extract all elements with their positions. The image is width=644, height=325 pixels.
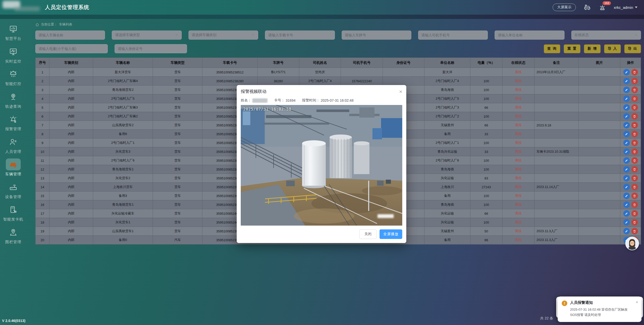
column-header: 司机姓名 — [299, 58, 341, 68]
card-no-input[interactable] — [265, 31, 335, 40]
table-cell: 3 — [36, 86, 49, 94]
delete-button[interactable] — [631, 210, 638, 217]
user-menu[interactable]: xrkc_admin — [614, 5, 637, 10]
edit-button[interactable] — [623, 228, 630, 234]
table-cell: 货车 — [153, 86, 202, 94]
delete-button[interactable] — [631, 87, 638, 93]
vehicle-class-select[interactable]: 请选择车辆类别 — [189, 31, 258, 40]
table-cell: 100 — [470, 218, 502, 227]
edit-button[interactable] — [623, 78, 630, 84]
table-cell: 5 — [36, 103, 49, 112]
edit-button[interactable] — [623, 95, 630, 102]
vehicle-name-input[interactable] — [35, 31, 105, 40]
import-button[interactable]: 导 入 — [604, 44, 621, 53]
sidebar-item-card-machine[interactable]: 智能发卡机 — [0, 204, 26, 222]
add-button[interactable]: 新 增 — [584, 44, 601, 53]
id-card-input[interactable] — [115, 44, 187, 53]
delete-button[interactable] — [631, 228, 638, 234]
delete-button[interactable] — [631, 104, 638, 111]
remark-cell: 车辆卡2023.10.31领取 — [534, 147, 579, 156]
battery-less-input[interactable] — [35, 44, 108, 53]
vehicle-type-select[interactable]: 请选择车辆类型 — [112, 31, 181, 40]
search-button[interactable]: 查 询 — [544, 44, 560, 53]
person-list-icon — [9, 138, 17, 146]
delete-button[interactable] — [631, 184, 638, 190]
map-pin-icon — [9, 228, 17, 236]
delete-button[interactable] — [631, 193, 638, 199]
edit-button[interactable] — [623, 69, 630, 75]
delete-button[interactable] — [631, 140, 638, 146]
alarm-bell-icon — [9, 115, 17, 123]
edit-button[interactable] — [623, 113, 630, 120]
sidebar-item-track-query[interactable]: 轨迹查询 — [0, 91, 26, 109]
delete-button[interactable] — [631, 122, 638, 128]
delete-button[interactable] — [631, 157, 638, 164]
reset-button[interactable]: 重 置 — [564, 44, 580, 53]
delete-button[interactable] — [631, 201, 638, 208]
sidebar-item-fence-manage[interactable]: 围栏管理 — [0, 226, 26, 244]
edit-button[interactable] — [623, 201, 630, 208]
big-screen-button[interactable]: 大屏展示 — [553, 4, 576, 11]
table-cell: 14 — [36, 183, 49, 192]
plate-no-input[interactable] — [342, 31, 411, 40]
sidebar-item-person-manage[interactable]: 人员管理 — [0, 136, 26, 154]
actions-cell — [620, 112, 641, 121]
edit-button[interactable] — [623, 166, 630, 173]
remark-cell — [534, 200, 579, 209]
online-state-select[interactable]: 在线状态 — [571, 31, 641, 40]
sidebar-item-realtime-monitor[interactable]: 实时监控 — [0, 46, 26, 64]
table-cell: 内部 — [49, 156, 93, 165]
cctv-video-frame[interactable]: 2025/07/31 16:02:58 — [241, 105, 402, 226]
trash-icon — [633, 177, 636, 180]
org-name-input[interactable] — [495, 31, 564, 40]
edit-button[interactable] — [623, 219, 630, 226]
assistant-avatar[interactable] — [625, 237, 639, 250]
delete-button[interactable] — [631, 78, 638, 84]
trash-icon — [633, 194, 636, 198]
car-icon — [584, 4, 591, 11]
sidebar-item-vehicle-manage[interactable]: 车辆管理 — [0, 158, 26, 176]
delete-button[interactable] — [631, 148, 638, 155]
column-header: 车辆类型 — [153, 58, 202, 68]
pen-icon — [625, 132, 628, 136]
delete-button[interactable] — [631, 69, 638, 75]
edit-button[interactable] — [623, 184, 630, 190]
actions-cell — [620, 147, 641, 156]
trash-icon — [633, 115, 636, 118]
fullscreen-play-button[interactable]: 全屏播放 — [380, 229, 402, 239]
edit-button[interactable] — [623, 140, 630, 146]
table-cell: 无锡昱州 — [424, 227, 470, 236]
alarm-header-icon[interactable]: 163 — [599, 4, 606, 11]
delete-button[interactable] — [631, 166, 638, 173]
sidebar-item-label: 轨迹查询 — [5, 104, 21, 109]
edit-button[interactable] — [623, 193, 630, 199]
actions-cell — [620, 139, 641, 147]
edit-button[interactable] — [623, 131, 630, 137]
table-cell: 4 — [36, 94, 49, 103]
sidebar-item-device-manage[interactable]: 设备管理 — [0, 181, 26, 199]
table-cell: 2号门临时入厂5 — [93, 94, 153, 103]
modal-close-button[interactable]: 关闭 — [359, 229, 377, 239]
delete-button[interactable] — [631, 175, 638, 181]
vehicle-header-icon[interactable] — [583, 4, 591, 11]
sidebar-item-smart-platform[interactable]: 智慧平台 — [0, 23, 26, 41]
delete-button[interactable] — [631, 113, 638, 120]
delete-button[interactable] — [631, 95, 638, 102]
edit-button[interactable] — [623, 122, 630, 128]
edit-button[interactable] — [623, 148, 630, 155]
table-cell: 货车 — [153, 174, 202, 183]
driver-phone-input[interactable] — [418, 31, 488, 40]
delete-button[interactable] — [631, 131, 638, 137]
toast-close-icon[interactable]: × — [636, 300, 638, 305]
edit-button[interactable] — [623, 175, 630, 181]
pen-icon — [625, 106, 628, 109]
edit-button[interactable] — [623, 210, 630, 217]
sidebar-item-smart-light[interactable]: 智能灯控 — [0, 68, 26, 86]
modal-close-icon[interactable]: × — [399, 89, 402, 94]
edit-button[interactable] — [623, 87, 630, 93]
delete-button[interactable] — [631, 219, 638, 226]
sidebar-item-alarm-manage[interactable]: 报警管理 — [0, 113, 26, 131]
edit-button[interactable] — [623, 157, 630, 164]
export-button[interactable]: 导 出 — [624, 44, 641, 53]
edit-button[interactable] — [623, 104, 630, 111]
